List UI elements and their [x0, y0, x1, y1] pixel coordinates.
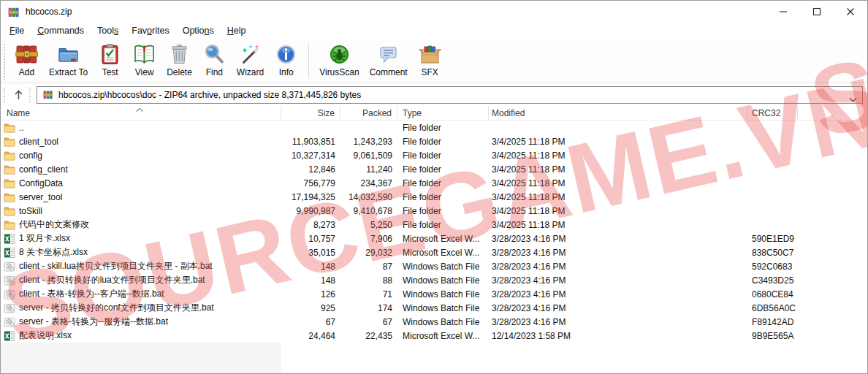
folder-icon: [4, 164, 15, 175]
file-row[interactable]: 8 关卡坐标点.xlsx 35,015 29,032 Microsoft Exc…: [1, 245, 867, 259]
file-row[interactable]: server - 表格-转换为--服务端--数据.bat 67 67 Windo…: [1, 315, 867, 329]
file-row[interactable]: 1 双月卡.xlsx 10,757 7,906 Microsoft Excel …: [1, 232, 867, 245]
up-arrow-icon: [14, 90, 23, 100]
file-name: server - 拷贝转换好的conf文件到项目文件夹里.bat: [19, 302, 214, 314]
file-row[interactable]: client - 拷贝转换好的lua文件到项目文件夹里.bat 148 88 W…: [1, 273, 867, 287]
close-button[interactable]: [834, 1, 867, 23]
sort-ascending-indicator: [135, 104, 144, 110]
info-button[interactable]: Info: [269, 42, 303, 78]
find-icon: [202, 42, 226, 66]
extract-to-icon: [56, 42, 80, 66]
file-packed: 9,410,678: [340, 204, 397, 218]
toolbar-drag-handle[interactable]: [4, 44, 7, 80]
file-row[interactable]: config 10,327,314 9,061,509 File folder …: [1, 148, 867, 162]
chevron-down-icon[interactable]: [849, 92, 857, 97]
file-type: Windows Batch File: [397, 259, 489, 273]
file-list: .. File folder client_tool 11,903,851 1,…: [1, 121, 867, 343]
column-header-packed[interactable]: Packed: [340, 106, 397, 120]
virus-scan-button[interactable]: VirusScan: [314, 42, 364, 78]
file-packed: 29,032: [340, 245, 397, 259]
wizard-icon: [238, 42, 262, 66]
extract-to-button[interactable]: Extract To: [44, 42, 93, 78]
addressbar-drag-handle-2[interactable]: [29, 88, 33, 102]
menu-item-commands[interactable]: Commands: [31, 24, 91, 37]
file-type: Windows Batch File: [397, 315, 489, 329]
bat-icon: [4, 316, 15, 328]
menu-item-tools[interactable]: Tools: [91, 24, 125, 37]
column-header-size[interactable]: Size: [281, 106, 340, 120]
file-row[interactable]: 配表说明.xlsx 24,464 22,435 Microsoft Excel …: [1, 329, 867, 343]
menu-item-options[interactable]: Options: [176, 24, 221, 37]
file-crc32: [748, 121, 798, 134]
column-header-crc32[interactable]: CRC32: [748, 106, 798, 120]
menu-item-file[interactable]: File: [3, 24, 31, 37]
file-modified: 3/4/2025 11:18 PM: [489, 204, 748, 218]
file-packed: 87: [340, 259, 397, 273]
file-row[interactable]: client - skill.lua拷贝文件到项目文件夹里 - 副本.bat 1…: [1, 259, 867, 273]
maximize-button[interactable]: [800, 1, 834, 23]
file-name: client - skill.lua拷贝文件到项目文件夹里 - 副本.bat: [19, 260, 213, 272]
add-archive-button[interactable]: Add: [9, 42, 44, 78]
column-header-type[interactable]: Type: [397, 106, 489, 120]
address-combobox[interactable]: hbcocos.zip\hbcocos\doc - ZIP64 archive,…: [37, 86, 863, 104]
column-header-modified[interactable]: Modified: [489, 106, 748, 120]
file-modified: 3/28/2023 4:16 PM: [489, 245, 748, 259]
file-modified: 3/28/2023 4:16 PM: [489, 315, 748, 329]
delete-icon: [167, 42, 191, 66]
up-one-level-button[interactable]: [7, 86, 29, 104]
file-modified: 3/4/2025 11:18 PM: [489, 148, 748, 162]
file-name: config_client: [19, 164, 68, 175]
file-row[interactable]: .. File folder: [1, 121, 867, 134]
column-header-filler: [798, 106, 867, 120]
file-crc32: 838C50C7: [748, 245, 798, 259]
file-size: 9,990,987: [281, 204, 340, 218]
file-row[interactable]: server_tool 17,194,325 14,032,590 File f…: [1, 190, 867, 204]
toolbar-button-label: Info: [279, 67, 294, 77]
file-row[interactable]: client - 表格-转换为--客户端--数据.bat 126 71 Wind…: [1, 287, 867, 301]
view-button[interactable]: View: [127, 42, 161, 78]
file-row[interactable]: ConfigData 756,779 234,367 File folder 3…: [1, 176, 867, 190]
comment-icon: [376, 42, 400, 66]
folder-icon: [4, 122, 15, 134]
file-name: 配表说明.xlsx: [19, 329, 72, 342]
archive-path-text: hbcocos.zip\hbcocos\doc - ZIP64 archive,…: [58, 90, 361, 100]
toolbar-button-label: Add: [19, 67, 34, 77]
file-modified: 3/28/2023 4:16 PM: [489, 287, 748, 301]
file-size: 35,015: [281, 245, 340, 259]
excel-icon: [4, 330, 15, 342]
toolbar-button-label: SFX: [422, 67, 438, 77]
file-size: 10,757: [281, 232, 340, 245]
folder-icon: [4, 191, 15, 203]
file-name: client - 表格-转换为--客户端--数据.bat: [19, 288, 164, 300]
file-size: 8,273: [281, 218, 340, 232]
file-size: 756,779: [281, 176, 340, 190]
winrar-archive-icon: [7, 6, 20, 18]
file-row[interactable]: client_tool 11,903,851 1,243,293 File fo…: [1, 134, 867, 148]
file-modified: 3/4/2025 11:18 PM: [489, 162, 748, 176]
file-packed: 234,367: [340, 176, 397, 190]
file-size: [281, 121, 340, 134]
test-button[interactable]: Test: [93, 42, 127, 78]
file-row[interactable]: config_client 12,846 11,240 File folder …: [1, 162, 867, 176]
file-type: Microsoft Excel W...: [397, 329, 489, 343]
excel-icon: [4, 233, 15, 245]
minimize-button[interactable]: [766, 1, 800, 23]
file-row[interactable]: toSkill 9,990,987 9,410,678 File folder …: [1, 204, 867, 218]
file-type: File folder: [397, 190, 489, 204]
wizard-button[interactable]: Wizard: [232, 42, 269, 78]
file-type: File folder: [397, 121, 489, 134]
menu-item-help[interactable]: Help: [221, 24, 253, 37]
comment-button[interactable]: Comment: [365, 42, 413, 78]
file-type: File folder: [397, 204, 489, 218]
sfx-button[interactable]: SFX: [413, 42, 447, 78]
file-crc32: [748, 204, 798, 218]
menu-item-favorites[interactable]: Favorites: [125, 24, 175, 37]
file-type: File folder: [397, 218, 489, 232]
file-crc32: 6DB56A0C: [748, 301, 798, 315]
file-row[interactable]: server - 拷贝转换好的conf文件到项目文件夹里.bat 925 174…: [1, 301, 867, 315]
file-modified: [489, 121, 748, 134]
delete-button[interactable]: Delete: [161, 42, 197, 78]
file-row[interactable]: 代码中的文案修改 8,273 5,250 File folder 3/4/202…: [1, 218, 867, 232]
find-button[interactable]: Find: [197, 42, 232, 78]
file-size: 67: [281, 315, 340, 329]
